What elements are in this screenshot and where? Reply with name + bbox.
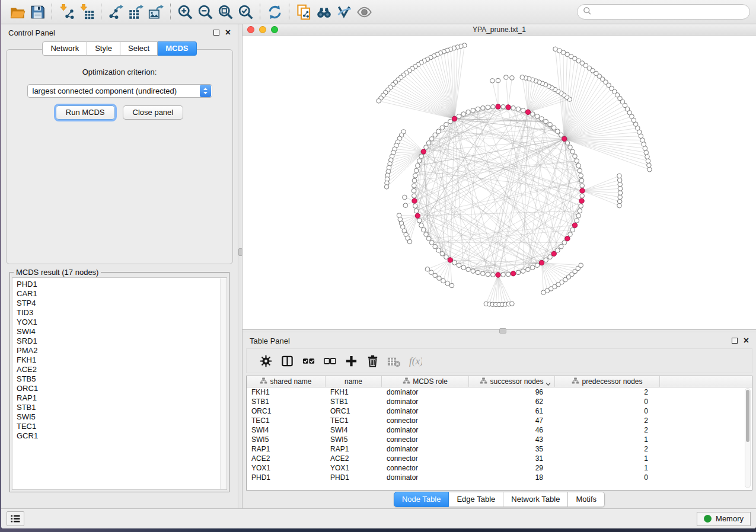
deselect-all-icon[interactable] bbox=[319, 351, 340, 370]
tab-style[interactable]: Style bbox=[87, 41, 120, 56]
export-table-icon[interactable] bbox=[126, 2, 146, 21]
table-options-icon[interactable] bbox=[255, 351, 276, 370]
mcds-result-item[interactable]: FKH1 bbox=[17, 355, 227, 365]
mcds-result-item[interactable]: YOX1 bbox=[17, 318, 227, 327]
export-image-icon[interactable] bbox=[146, 2, 166, 21]
search-input[interactable] bbox=[595, 8, 744, 17]
column-header-successor-nodes[interactable]: successor nodes bbox=[469, 376, 555, 387]
memory-button[interactable]: Memory bbox=[697, 512, 751, 526]
network-graph[interactable] bbox=[243, 36, 756, 329]
network-canvas[interactable] bbox=[243, 36, 756, 329]
tab-select[interactable]: Select bbox=[120, 41, 158, 56]
mcds-result-item[interactable]: PMA2 bbox=[17, 346, 227, 355]
mcds-result-item[interactable]: PHD1 bbox=[17, 280, 227, 289]
zoom-selected-icon[interactable] bbox=[235, 2, 256, 21]
network-view-title: YPA_prune.txt_1 bbox=[243, 25, 756, 34]
run-mcds-button[interactable]: Run MCDS bbox=[56, 105, 115, 120]
mcds-result-item[interactable]: STB1 bbox=[17, 403, 227, 412]
mcds-result-item[interactable]: ORC1 bbox=[17, 384, 227, 393]
zoom-out-icon[interactable] bbox=[195, 2, 215, 21]
node-table[interactable]: shared namenameMCDS rolesuccessor nodesp… bbox=[246, 376, 752, 491]
cell: STB1 bbox=[247, 398, 326, 406]
divider-handle[interactable] bbox=[238, 248, 243, 256]
close-panel-icon[interactable]: × bbox=[225, 30, 231, 36]
column-header-predecessor-nodes[interactable]: predecessor nodes bbox=[555, 376, 660, 387]
add-row-icon[interactable] bbox=[340, 351, 362, 370]
zoom-in-icon[interactable] bbox=[175, 2, 195, 21]
cell: connector bbox=[382, 454, 469, 463]
show-columns-icon[interactable] bbox=[276, 351, 298, 370]
zoom-fit-icon[interactable] bbox=[215, 2, 235, 21]
hide-graphics-details-icon[interactable] bbox=[334, 2, 354, 21]
cell: dominator bbox=[382, 473, 469, 482]
close-panel-button[interactable]: Close panel bbox=[123, 105, 184, 120]
table-row[interactable]: STB1STB1dominator620 bbox=[247, 397, 752, 406]
first-neighbors-icon[interactable] bbox=[314, 2, 334, 21]
save-session-icon[interactable] bbox=[27, 2, 47, 21]
column-header-shared-name[interactable]: shared name bbox=[247, 376, 326, 387]
delete-row-icon[interactable] bbox=[362, 351, 383, 370]
mcds-result-item[interactable]: SWI4 bbox=[17, 327, 227, 336]
mcds-result-list[interactable]: PHD1CAR1STP4TID3YOX1SWI4SRD1PMA2FKH1ACE2… bbox=[12, 277, 227, 490]
optimization-criterion-value: largest connected component (undirected) bbox=[33, 86, 200, 95]
mcds-result-item[interactable]: TID3 bbox=[17, 308, 227, 318]
close-panel-icon[interactable]: × bbox=[744, 338, 749, 344]
mcds-result-item[interactable]: TEC1 bbox=[17, 422, 227, 431]
optimization-criterion-select[interactable]: largest connected component (undirected) bbox=[27, 84, 212, 98]
scrollbar-thumb[interactable] bbox=[746, 390, 749, 442]
refresh-network-icon[interactable] bbox=[264, 2, 285, 21]
cell: PHD1 bbox=[247, 473, 326, 482]
mcds-result-item[interactable]: ACE2 bbox=[17, 365, 227, 374]
import-table-icon[interactable] bbox=[76, 2, 97, 21]
task-history-button[interactable] bbox=[7, 511, 24, 526]
open-file-icon[interactable] bbox=[7, 2, 27, 21]
cell: dominator bbox=[382, 407, 469, 415]
column-header-MCDS-role[interactable]: MCDS role bbox=[382, 376, 469, 387]
table-row[interactable]: RAP1RAP1dominator352 bbox=[247, 444, 752, 454]
table-row[interactable]: PHD1PHD1dominator180 bbox=[247, 473, 752, 482]
export-network-icon[interactable] bbox=[106, 2, 126, 21]
import-network-icon[interactable] bbox=[56, 2, 76, 21]
mcds-list-scrollbar[interactable] bbox=[220, 278, 226, 489]
float-panel-icon[interactable] bbox=[732, 338, 738, 344]
mcds-result-item[interactable]: STB5 bbox=[17, 374, 227, 384]
table-row[interactable]: TEC1TEC1connector472 bbox=[247, 416, 752, 425]
mcds-result-item[interactable]: GCR1 bbox=[17, 431, 227, 441]
vertical-split-divider[interactable] bbox=[238, 24, 243, 508]
optimization-criterion-label: Optimization criterion: bbox=[7, 68, 232, 76]
cell: SWI4 bbox=[326, 426, 382, 434]
tab-edge-table[interactable]: Edge Table bbox=[449, 492, 503, 507]
table-scrollbar[interactable] bbox=[745, 388, 751, 488]
float-panel-icon[interactable] bbox=[213, 30, 219, 36]
mcds-result-item[interactable]: STP4 bbox=[17, 299, 227, 308]
search-box[interactable] bbox=[577, 4, 750, 20]
table-row[interactable]: ACE2ACE2connector311 bbox=[247, 454, 752, 463]
tab-motifs[interactable]: Motifs bbox=[568, 492, 605, 507]
toolbar-separator bbox=[101, 4, 101, 20]
column-header-name[interactable]: name bbox=[326, 376, 382, 387]
table-row[interactable]: ORC1ORC1dominator610 bbox=[247, 406, 752, 416]
mcds-result-item[interactable]: RAP1 bbox=[17, 393, 227, 403]
table-row[interactable]: FKH1FKH1dominator962 bbox=[247, 387, 752, 397]
duplicate-network-icon[interactable] bbox=[294, 2, 314, 21]
cell: 2 bbox=[555, 416, 660, 425]
table-row[interactable]: SWI4SWI4dominator462 bbox=[247, 425, 752, 435]
tab-node-table[interactable]: Node Table bbox=[394, 492, 449, 507]
horizontal-split-divider[interactable] bbox=[243, 330, 756, 332]
cell: 18 bbox=[469, 473, 555, 482]
main-toolbar bbox=[1, 0, 756, 24]
cell: SWI5 bbox=[326, 435, 382, 444]
tab-mcds[interactable]: MCDS bbox=[158, 41, 196, 56]
mcds-result-item[interactable]: CAR1 bbox=[17, 289, 227, 299]
mcds-result-item[interactable]: SWI5 bbox=[17, 412, 227, 422]
divider-handle[interactable] bbox=[499, 328, 506, 334]
toolbar-separator bbox=[260, 4, 260, 20]
tab-network[interactable]: Network bbox=[42, 41, 87, 56]
select-all-icon[interactable] bbox=[298, 351, 319, 370]
mcds-result-item[interactable]: SRD1 bbox=[17, 336, 227, 346]
cell: dominator bbox=[382, 426, 469, 434]
table-row[interactable]: SWI5SWI5connector431 bbox=[247, 435, 752, 444]
table-row[interactable]: YOX1YOX1connector291 bbox=[247, 463, 752, 473]
tab-network-table[interactable]: Network Table bbox=[503, 492, 568, 507]
cell: ACE2 bbox=[326, 454, 382, 463]
